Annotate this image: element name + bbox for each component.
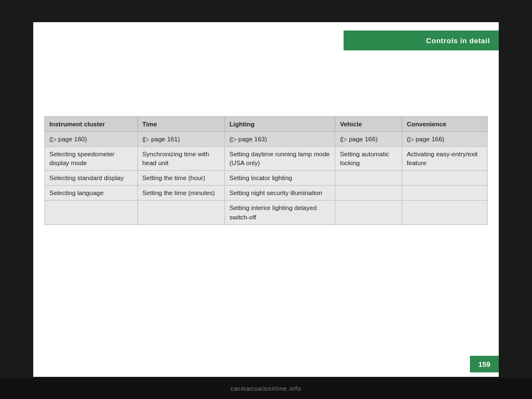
- watermark-text: carmanualsonline.info: [231, 385, 301, 392]
- lighting-row4: Setting interior lighting delayed switch…: [225, 201, 335, 224]
- convenience-row4-empty: [402, 201, 487, 224]
- convenience-row1: Activating easy-entry/exit feature: [402, 147, 487, 171]
- convenience-row2-empty: [402, 171, 487, 186]
- subheader-vehicle: (▷ page 166): [335, 132, 402, 147]
- instrument-row3: Selecting language: [45, 186, 138, 201]
- vehicle-row4-empty: [335, 201, 402, 224]
- col-header-instrument: Instrument cluster: [45, 117, 138, 132]
- col-header-convenience: Convenience: [402, 117, 487, 132]
- page-number-box: 159: [470, 356, 499, 372]
- vehicle-row1: Setting automatic locking: [335, 147, 402, 171]
- time-row4-empty: [137, 201, 224, 224]
- header-bar: Controls in detail: [344, 30, 499, 50]
- main-table-container: Instrument cluster Time Lighting Vehicle…: [44, 116, 488, 225]
- subheader-instrument: (▷ page 160): [45, 132, 138, 147]
- subheader-convenience: (▷ page 166): [402, 132, 487, 147]
- vehicle-row3-empty: [335, 186, 402, 201]
- watermark-bar: carmanualsonline.info: [0, 378, 532, 399]
- lighting-row3: Setting night security illumination: [225, 186, 335, 201]
- time-row3: Setting the time (minutes): [137, 186, 224, 201]
- instrument-row1: Selecting speedometer display mode: [45, 147, 138, 171]
- lighting-row2: Setting locator lighting: [225, 171, 335, 186]
- col-header-lighting: Lighting: [225, 117, 335, 132]
- vehicle-row2-empty: [335, 171, 402, 186]
- instrument-row2: Selecting standard display: [45, 171, 138, 186]
- col-header-vehicle: Vehicle: [335, 117, 402, 132]
- page-number: 159: [478, 360, 490, 369]
- lighting-row1: Setting daytime running lamp mode (USA o…: [225, 147, 335, 171]
- instrument-row4-empty: [45, 201, 138, 224]
- features-table: Instrument cluster Time Lighting Vehicle…: [44, 116, 488, 225]
- subheader-lighting: (▷ page 163): [225, 132, 335, 147]
- time-row1: Synchronizing time with head unit: [137, 147, 224, 171]
- header-title: Controls in detail: [426, 37, 490, 45]
- col-header-time: Time: [137, 117, 224, 132]
- convenience-row3-empty: [402, 186, 487, 201]
- subheader-time: (▷ page 161): [137, 132, 224, 147]
- time-row2: Setting the time (hour): [137, 171, 224, 186]
